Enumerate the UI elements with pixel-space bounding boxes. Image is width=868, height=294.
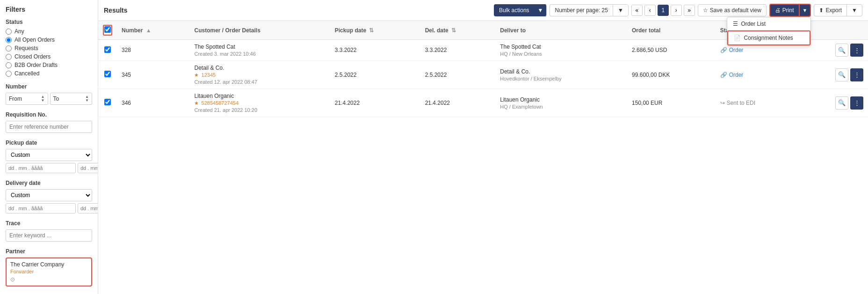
partner-remove-icon[interactable]: ⊙ — [10, 276, 87, 283]
select-all-checkbox[interactable] — [104, 26, 111, 33]
partner-label: Partner — [6, 248, 92, 255]
main-content: Results Bulk actions ▼ Number per page: … — [98, 0, 868, 294]
print-order-list[interactable]: ☰ Order List — [727, 17, 810, 30]
row2-order-total: 99.600,00 DKK — [627, 61, 716, 89]
status-all-open[interactable]: All Open Orders — [6, 37, 92, 43]
row2-del-date: 2.5.2022 — [420, 61, 496, 89]
export-button[interactable]: ⬆ Export — [814, 4, 846, 16]
row3-del-date: 21.4.2022 — [420, 89, 496, 117]
bulk-actions-button[interactable]: Bulk actions — [494, 4, 534, 16]
delivery-date-to[interactable] — [78, 203, 98, 213]
partner-box: The Carrier Company Forwarder ⊙ — [6, 257, 92, 287]
status-b2b-radio[interactable] — [6, 62, 12, 68]
requisition-label: Requisition No. — [6, 111, 92, 118]
status-requests-radio[interactable] — [6, 45, 12, 51]
page-first-button[interactable]: « — [631, 5, 643, 16]
status-cancelled[interactable]: Cancelled — [6, 70, 92, 77]
export-dropdown[interactable]: ▼ — [846, 4, 862, 16]
print-consignment-notes[interactable]: 📄 Consignment Notes — [727, 30, 810, 45]
save-default-button[interactable]: ☆ Save as default view — [698, 4, 767, 16]
row1-checkbox[interactable] — [104, 46, 111, 53]
row1-action-buttons: 🔍 ⋮ — [803, 44, 863, 57]
row2-order-link[interactable]: 12345 — [202, 72, 216, 78]
pickup-date-select[interactable]: Custom — [6, 149, 92, 161]
header-number: Number ▲ — [117, 21, 189, 40]
pickup-sort-icon[interactable]: ⇅ — [369, 27, 374, 34]
number-sort-icon[interactable]: ▲ — [146, 27, 152, 34]
row2-action-buttons: 🔍 ⋮ — [803, 68, 863, 81]
number-to-input[interactable]: To ▲ ▼ — [50, 93, 93, 105]
per-page-dropdown[interactable]: ▼ — [613, 4, 629, 16]
row3-customer: Litauen Organic ★ 5285458727454 Created … — [189, 89, 330, 117]
row2-menu-button[interactable]: ⋮ — [850, 68, 863, 81]
partner-type: Forwarder — [10, 269, 87, 274]
header-customer: Customer / Order Details — [189, 21, 330, 40]
status-closed-radio[interactable] — [6, 54, 12, 60]
row2-customer: Detail & Co. ★ 12345 Created 12. apr 202… — [189, 61, 330, 89]
requisition-filter: Requisition No. — [6, 111, 92, 133]
status-label: Status — [6, 19, 92, 25]
status-radio-group: Any All Open Orders Requests Closed Orde… — [6, 28, 92, 77]
row1-checkbox-cell — [98, 40, 117, 61]
row3-status-text: ↪ Sent to EDI — [720, 100, 794, 106]
pickup-date-range — [6, 163, 92, 173]
status-closed[interactable]: Closed Orders — [6, 53, 92, 60]
page-next-button[interactable]: › — [671, 5, 682, 16]
status-b2b[interactable]: B2B Order Drafts — [6, 62, 92, 68]
status-all-open-radio[interactable] — [6, 37, 12, 43]
row1-deliver-to: The Spotted Cat HQ / New Orleans — [495, 40, 627, 61]
status-cancelled-radio[interactable] — [6, 71, 12, 77]
trace-label: Trace — [6, 220, 92, 227]
document-icon: 📄 — [734, 35, 741, 41]
number-to-down[interactable]: ▼ — [85, 99, 89, 103]
print-arrow-button[interactable]: ▼ — [800, 4, 811, 17]
row3-search-button[interactable]: 🔍 — [835, 96, 848, 110]
row2-deliver-to: Detail & Co. Hovedkontor / Eksempelby — [495, 61, 627, 89]
partner-filter: Partner The Carrier Company Forwarder ⊙ — [6, 248, 92, 287]
pickup-date-from[interactable] — [6, 163, 76, 173]
row1-menu-button[interactable]: ⋮ — [850, 44, 863, 57]
row3-actions: 🔍 ⋮ — [798, 89, 868, 117]
page-prev-button[interactable]: ‹ — [644, 5, 656, 16]
requisition-input[interactable] — [6, 121, 92, 133]
row3-status: ↪ Sent to EDI — [716, 89, 798, 117]
number-range: From ▲ ▼ To ▲ ▼ — [6, 93, 92, 105]
select-all-wrapper[interactable] — [103, 25, 112, 36]
row3-order-total: 150,00 EUR — [627, 89, 716, 117]
number-from-down[interactable]: ▼ — [41, 99, 45, 103]
row3-menu-button[interactable]: ⋮ — [850, 96, 863, 110]
table-body: 328 The Spotted Cat Created 3. mar 2022 … — [98, 40, 868, 117]
bulk-actions-dropdown[interactable]: ▼ — [534, 4, 547, 16]
print-button[interactable]: 🖨 Print — [769, 4, 800, 17]
row3-pickup-date: 21.4.2022 — [330, 89, 420, 117]
del-sort-icon[interactable]: ⇅ — [451, 27, 456, 34]
page-current-button[interactable]: 1 — [658, 5, 669, 16]
row1-search-button[interactable]: 🔍 — [835, 44, 848, 57]
row2-checkbox[interactable] — [104, 71, 111, 77]
row1-order-total: 2.686,50 USD — [627, 40, 716, 61]
row3-checkbox[interactable] — [104, 99, 111, 105]
pagination: « ‹ 1 › » — [631, 5, 695, 16]
pickup-date-to[interactable] — [78, 163, 98, 173]
delivery-date-from[interactable] — [6, 203, 76, 213]
header-order-total: Order total — [627, 21, 716, 40]
row1-status-link[interactable]: 🔗 Order — [720, 47, 794, 53]
row3-order-link[interactable]: 5285458727454 — [202, 100, 239, 106]
page-last-button[interactable]: » — [684, 5, 695, 16]
delivery-date-select[interactable]: Custom — [6, 189, 92, 201]
per-page-button[interactable]: Number per page: 25 — [550, 4, 612, 16]
status-any[interactable]: Any — [6, 28, 92, 35]
star-icon: ☆ — [703, 7, 708, 14]
row2-search-button[interactable]: 🔍 — [835, 68, 848, 81]
status-requests[interactable]: Requests — [6, 45, 92, 51]
row1-status-icon: 🔗 — [720, 47, 727, 53]
export-icon: ⬆ — [819, 7, 824, 14]
row2-status-icon: 🔗 — [720, 72, 727, 78]
print-dropdown: 🖨 Print ▼ ☰ Order List 📄 Consignment Not… — [769, 4, 811, 17]
trace-input[interactable] — [6, 229, 92, 242]
number-from-input[interactable]: From ▲ ▼ — [6, 93, 48, 105]
status-any-radio[interactable] — [6, 29, 12, 35]
row2-status-link[interactable]: 🔗 Order — [720, 72, 794, 78]
row1-number: 328 — [117, 40, 189, 61]
delivery-date-label: Delivery date — [6, 180, 92, 186]
